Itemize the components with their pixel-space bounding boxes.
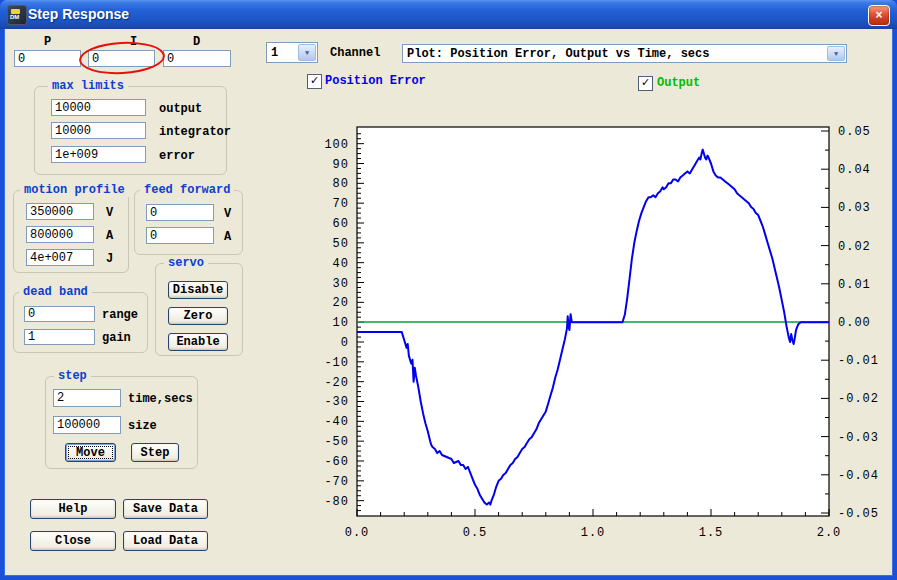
p-label: P <box>44 35 51 49</box>
check-icon: ✓ <box>310 74 319 87</box>
disable-button[interactable]: Disable <box>168 281 228 299</box>
step-size-input[interactable] <box>53 416 121 434</box>
svg-text:70: 70 <box>333 197 349 211</box>
max-limits-group: max limits output integrator error <box>34 86 227 175</box>
svg-text:0.03: 0.03 <box>838 201 871 215</box>
plot-select-value: Plot: Position Error, Output vs Time, se… <box>407 47 709 61</box>
gain-input[interactable] <box>24 329 95 345</box>
motion-v-label: V <box>106 206 113 220</box>
position-error-label[interactable]: Position Error <box>325 74 426 88</box>
gain-label: gain <box>102 331 131 345</box>
servo-group: servo Disable Zero Enable <box>155 263 243 356</box>
step-button[interactable]: Step <box>131 443 179 462</box>
svg-text:1.5: 1.5 <box>699 526 724 540</box>
svg-text:-40: -40 <box>324 415 349 429</box>
range-input[interactable] <box>24 306 95 322</box>
motion-v-input[interactable] <box>26 203 94 220</box>
close-button[interactable]: Close <box>30 531 116 551</box>
svg-text:0.00: 0.00 <box>838 316 871 330</box>
plot-select[interactable]: Plot: Position Error, Output vs Time, se… <box>402 44 847 63</box>
max-limits-title: max limits <box>48 79 128 93</box>
svg-text:10: 10 <box>333 316 349 330</box>
chevron-down-icon[interactable]: ▼ <box>298 44 316 61</box>
step-size-label: size <box>128 419 157 433</box>
motion-a-input[interactable] <box>26 226 94 243</box>
dead-band-group: dead band range gain <box>13 292 148 353</box>
step-time-input[interactable] <box>53 389 121 407</box>
motion-j-label: J <box>106 252 113 266</box>
max-error-label: error <box>159 149 195 163</box>
move-button[interactable]: Move <box>65 443 116 462</box>
enable-button[interactable]: Enable <box>168 333 228 351</box>
window-title: Step Response <box>28 6 129 22</box>
red-ellipse-annotation <box>78 40 166 76</box>
chevron-down-icon[interactable]: ▼ <box>827 46 845 61</box>
svg-text:0.01: 0.01 <box>838 278 871 292</box>
dead-band-title: dead band <box>19 285 92 299</box>
check-icon: ✓ <box>641 76 650 89</box>
step-title: step <box>54 369 91 383</box>
svg-text:90: 90 <box>333 158 349 172</box>
svg-text:30: 30 <box>333 277 349 291</box>
channel-select[interactable]: 1 ▼ <box>266 42 318 63</box>
ff-v-input[interactable] <box>146 204 214 221</box>
motion-a-label: A <box>106 229 113 243</box>
max-output-input[interactable] <box>51 99 146 116</box>
max-integrator-label: integrator <box>159 125 231 139</box>
step-response-chart: -80-70-60-50-40-30-20-100102030405060708… <box>300 115 890 547</box>
step-response-window: Step Response × P I D 1 ▼ Channel Plot: … <box>0 0 897 580</box>
motion-j-input[interactable] <box>26 249 94 266</box>
load-data-button[interactable]: Load Data <box>123 531 208 551</box>
svg-text:0: 0 <box>341 336 349 350</box>
range-label: range <box>102 308 138 322</box>
close-icon[interactable]: × <box>868 5 890 26</box>
motion-profile-group: motion profile V A J <box>13 190 129 273</box>
app-icon <box>7 5 27 25</box>
feed-forward-group: feed forward V A <box>134 190 243 255</box>
d-input[interactable] <box>163 50 231 67</box>
motion-profile-title: motion profile <box>20 183 129 197</box>
output-checkbox[interactable]: ✓ <box>638 76 653 91</box>
svg-text:-80: -80 <box>324 495 349 509</box>
feed-forward-title: feed forward <box>140 183 234 197</box>
zero-button[interactable]: Zero <box>168 307 228 325</box>
svg-text:-0.01: -0.01 <box>838 354 879 368</box>
output-label[interactable]: Output <box>657 76 700 90</box>
svg-text:1.0: 1.0 <box>581 526 606 540</box>
svg-text:-0.05: -0.05 <box>838 507 879 521</box>
svg-text:0.04: 0.04 <box>838 163 871 177</box>
channel-label: Channel <box>330 46 380 60</box>
svg-text:100: 100 <box>324 138 349 152</box>
max-integrator-input[interactable] <box>51 122 146 139</box>
svg-text:-0.03: -0.03 <box>838 431 879 445</box>
p-input[interactable] <box>14 50 81 67</box>
svg-text:-30: -30 <box>324 395 349 409</box>
servo-title: servo <box>164 256 208 270</box>
svg-text:20: 20 <box>333 296 349 310</box>
ff-a-input[interactable] <box>146 227 214 244</box>
max-output-label: output <box>159 102 202 116</box>
step-group: step time,secs size Move Step <box>45 376 198 469</box>
save-data-button[interactable]: Save Data <box>123 499 208 519</box>
svg-text:0.5: 0.5 <box>463 526 488 540</box>
d-label: D <box>193 35 200 49</box>
title-bar[interactable]: Step Response × <box>0 0 897 29</box>
max-error-input[interactable] <box>51 146 146 163</box>
svg-text:60: 60 <box>333 217 349 231</box>
svg-text:-70: -70 <box>324 475 349 489</box>
svg-text:-60: -60 <box>324 455 349 469</box>
position-error-checkbox[interactable]: ✓ <box>307 74 322 89</box>
y-right-axis: -0.05-0.04-0.03-0.02-0.010.000.010.020.0… <box>821 125 879 521</box>
svg-text:0.0: 0.0 <box>345 526 370 540</box>
step-time-label: time,secs <box>128 392 193 406</box>
ff-v-label: V <box>224 207 231 221</box>
ff-a-label: A <box>224 230 231 244</box>
svg-text:2.0: 2.0 <box>817 526 842 540</box>
svg-text:0.05: 0.05 <box>838 125 871 139</box>
svg-text:-20: -20 <box>324 376 349 390</box>
svg-text:80: 80 <box>333 177 349 191</box>
svg-text:0.02: 0.02 <box>838 240 871 254</box>
help-button[interactable]: Help <box>30 499 116 519</box>
channel-value: 1 <box>271 46 278 60</box>
svg-text:-50: -50 <box>324 435 349 449</box>
